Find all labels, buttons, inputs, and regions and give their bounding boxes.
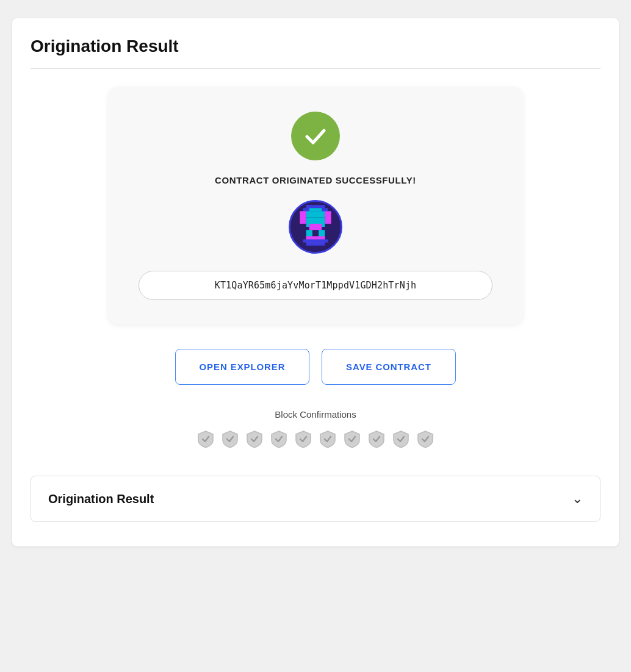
shield-icon-1 (196, 429, 215, 451)
shield-icon-6 (318, 429, 337, 451)
shield-icon-2 (220, 429, 240, 451)
collapsible-title: Origination Result (48, 492, 154, 506)
shield-icon-8 (367, 429, 386, 451)
block-confirmations-section: Block Confirmations (31, 409, 600, 451)
shield-icon-9 (391, 429, 411, 451)
svg-rect-7 (325, 211, 331, 224)
buttons-row: OPEN EXPLORER SAVE CONTRACT (31, 349, 600, 385)
svg-rect-5 (306, 211, 325, 217)
svg-rect-13 (303, 240, 328, 243)
svg-rect-6 (300, 211, 306, 224)
divider (31, 68, 600, 69)
shield-icon-10 (416, 429, 435, 451)
contract-avatar (289, 200, 342, 254)
result-box: CONTRACT ORIGINATED SUCCESSFULLY! (108, 87, 523, 324)
collapsible-section[interactable]: Origination Result ⌄ (31, 476, 600, 522)
save-contract-button[interactable]: SAVE CONTRACT (322, 349, 456, 385)
success-text: CONTRACT ORIGINATED SUCCESSFULLY! (215, 175, 416, 185)
svg-rect-9 (309, 224, 322, 230)
shield-icon-5 (294, 429, 313, 451)
svg-rect-1 (306, 205, 325, 208)
svg-rect-4 (309, 208, 322, 211)
page-title: Origination Result (31, 37, 600, 56)
main-card: Origination Result CONTRACT ORIGINATED S… (12, 18, 619, 546)
chevron-down-icon: ⌄ (572, 491, 583, 507)
check-icon (303, 123, 328, 149)
contract-address: KT1QaYR65m6jaYvMorT1MppdV1GDH2hTrNjh (139, 271, 492, 300)
shield-icons-row (196, 429, 435, 451)
shield-icon-4 (269, 429, 289, 451)
page-container: Origination Result CONTRACT ORIGINATED S… (0, 0, 631, 672)
pixel-art-icon (290, 202, 341, 252)
shield-icon-3 (245, 429, 264, 451)
shield-icon-7 (342, 429, 362, 451)
success-icon-circle (291, 112, 340, 160)
block-confirmations-label: Block Confirmations (275, 409, 356, 420)
svg-rect-14 (306, 243, 325, 246)
open-explorer-button[interactable]: OPEN EXPLORER (175, 349, 309, 385)
